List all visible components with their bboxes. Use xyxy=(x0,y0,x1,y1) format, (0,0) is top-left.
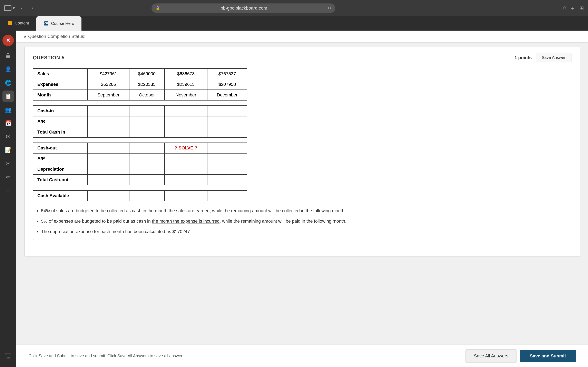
sidebar-toggle[interactable]: ▾ xyxy=(4,5,15,11)
total-cashout-col2 xyxy=(129,175,164,185)
edit-icon: ✏ xyxy=(6,174,10,180)
browser-chrome: ▾ ‹ › 🔒 bb-gbc.blackboard.com ↻ ⎙ ＋ ⊞ xyxy=(0,0,588,16)
month-col1: September xyxy=(87,90,129,100)
sidebar-item-courses[interactable]: 📋 xyxy=(2,91,14,102)
forward-nav-button[interactable]: › xyxy=(29,4,36,12)
tab-coursehero[interactable]: CH Course Hero xyxy=(36,16,81,31)
bottom-buttons: Save All Answers Save and Submit xyxy=(466,350,576,363)
sidebar-item-profile[interactable]: 👤 xyxy=(2,64,14,75)
cashout-solve-cell: ? SOLVE ? xyxy=(164,143,207,153)
globe-icon: 🌐 xyxy=(5,80,11,86)
total-cashin-col3 xyxy=(164,127,207,137)
cash-flow-table: Sales $427961 $469000 $686673 $767537 Ex… xyxy=(33,68,247,201)
sidebar: ✕ 🏛 👤 🌐 📋 👥 📅 ✉ 📝 ✂ ✏ xyxy=(0,31,16,367)
cash-available-label: Cash Available xyxy=(33,191,87,201)
grades-icon: 📝 xyxy=(5,147,11,153)
completion-status-label: Question Completion Status: xyxy=(28,34,85,39)
expenses-col4: $207958 xyxy=(207,79,247,90)
month-col3: November xyxy=(164,90,207,100)
cashin-label: Cash-in xyxy=(33,106,87,116)
ar-label: A/R xyxy=(33,116,87,127)
bullet-1: 54% of sales are budgeted to be collecte… xyxy=(41,207,571,214)
ar-col4 xyxy=(207,116,247,127)
save-all-answers-button[interactable]: Save All Answers xyxy=(466,350,517,363)
bullet-3-text: The depreciation expense for each month … xyxy=(41,229,190,234)
tabs-button[interactable]: ⊞ xyxy=(579,5,584,11)
total-cashout-col4 xyxy=(207,175,247,185)
save-and-submit-button[interactable]: Save and Submit xyxy=(520,350,576,362)
sidebar-item-back[interactable]: ← xyxy=(2,185,14,196)
points-label: 1 points xyxy=(515,55,532,60)
browser-actions: ⎙ ＋ ⊞ xyxy=(563,5,584,12)
main-layout: ✕ 🏛 👤 🌐 📋 👥 📅 ✉ 📝 ✂ ✏ xyxy=(0,31,588,367)
content-tab-favicon xyxy=(7,21,12,26)
question-title: QUESTION 5 xyxy=(33,55,65,60)
table-row-month: Month September October November Decembe… xyxy=(33,90,247,100)
sidebar-item-messages[interactable]: ✉ xyxy=(2,131,14,142)
profile-icon: 👤 xyxy=(5,66,11,73)
table-spacer-2 xyxy=(33,137,247,143)
sidebar-item-groups[interactable]: 👥 xyxy=(2,104,14,115)
sidebar-item-library[interactable]: 🏛 xyxy=(2,50,14,62)
depreciation-col3 xyxy=(164,164,207,175)
sidebar-item-globe[interactable]: 🌐 xyxy=(2,77,14,89)
table-spacer-1 xyxy=(33,100,247,106)
reload-icon[interactable]: ↻ xyxy=(328,6,331,11)
total-cashin-col1 xyxy=(87,127,129,137)
content-tab-label: Content xyxy=(15,21,29,25)
lock-icon: 🔒 xyxy=(156,6,160,10)
table-row-cash-available: Cash Available xyxy=(33,191,247,201)
bottom-bar: Click Save and Submit to save and submit… xyxy=(16,345,588,367)
cash-available-col4 xyxy=(207,191,247,201)
total-cashin-label: Total Cash In xyxy=(33,127,87,137)
depreciation-col4 xyxy=(207,164,247,175)
sidebar-item-edit[interactable]: ✏ xyxy=(2,171,14,183)
ar-col2 xyxy=(129,116,164,127)
question-bullets: 54% of sales are budgeted to be collecte… xyxy=(33,207,571,235)
tab-content[interactable]: Content xyxy=(0,16,36,31)
ap-label: A/P xyxy=(33,153,87,164)
answer-input[interactable] xyxy=(33,239,94,250)
total-cashin-col2 xyxy=(129,127,164,137)
content-area: ▸ Question Completion Status: QUESTION 5… xyxy=(16,31,588,367)
close-button[interactable]: ✕ xyxy=(2,35,14,46)
coursehero-tab-label: Course Hero xyxy=(51,21,74,26)
sales-label: Sales xyxy=(33,68,87,79)
underline-month-sales: the month the sales are earned xyxy=(147,208,210,213)
back-icon: ← xyxy=(6,187,11,194)
url-text: bb-gbc.blackboard.com xyxy=(162,6,326,11)
back-nav-button[interactable]: ‹ xyxy=(18,4,26,12)
table-row-expenses: Expenses $63266 $220335 $239613 $207958 xyxy=(33,79,247,90)
bullet-2: 5% of expenses are budgeted to be paid o… xyxy=(41,218,571,225)
sidebar-item-calendar[interactable]: 📅 xyxy=(2,117,14,129)
sidebar-toggle-icon xyxy=(4,5,11,11)
share-button[interactable]: ⎙ xyxy=(563,5,566,11)
expenses-col3: $239613 xyxy=(164,79,207,90)
cashin-col3 xyxy=(164,106,207,116)
address-bar[interactable]: 🔒 bb-gbc.blackboard.com ↻ xyxy=(151,3,335,13)
coursehero-tab-favicon: CH xyxy=(44,21,49,26)
sidebar-item-grades[interactable]: 📝 xyxy=(2,144,14,156)
cash-available-col3 xyxy=(164,191,207,201)
groups-icon: 👥 xyxy=(5,107,11,113)
question-header: QUESTION 5 1 points Save Answer xyxy=(33,53,571,62)
table-row-total-cashin: Total Cash In xyxy=(33,127,247,137)
question-container: QUESTION 5 1 points Save Answer Sales $4… xyxy=(25,47,580,257)
cashout-col4 xyxy=(207,143,247,153)
sidebar-item-tools[interactable]: ✂ xyxy=(2,158,14,169)
cashin-col2 xyxy=(129,106,164,116)
table-row-total-cashout: Total Cash-out xyxy=(33,175,247,185)
cashout-col2 xyxy=(129,143,164,153)
new-tab-button[interactable]: ＋ xyxy=(570,5,575,12)
completion-arrow-icon: ▸ xyxy=(25,34,26,39)
save-answer-button[interactable]: Save Answer xyxy=(536,53,571,62)
privacy-area: Priva Term xyxy=(0,345,16,367)
depreciation-col2 xyxy=(129,164,164,175)
sales-col2: $469000 xyxy=(129,68,164,79)
cashout-label: Cash-out xyxy=(33,143,87,153)
depreciation-col1 xyxy=(87,164,129,175)
cashin-col1 xyxy=(87,106,129,116)
depreciation-label: Depreciation xyxy=(33,164,87,175)
bottom-spacer xyxy=(16,261,588,285)
table-row-cashin: Cash-in xyxy=(33,106,247,116)
